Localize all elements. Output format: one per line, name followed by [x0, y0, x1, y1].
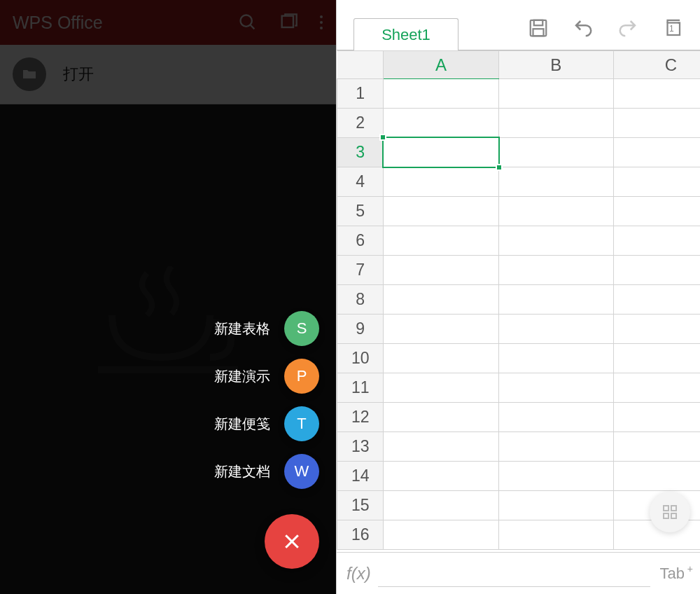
column-header-B[interactable]: B: [498, 51, 613, 79]
new-presentation-item[interactable]: 新建演示 P: [214, 359, 319, 394]
fab-label: 新建便笺: [214, 415, 270, 434]
cell-A12[interactable]: [384, 403, 498, 432]
cell-C8[interactable]: [613, 285, 700, 315]
cell-B11[interactable]: [498, 373, 613, 403]
cell-B12[interactable]: [498, 403, 613, 432]
row-header-1[interactable]: 1: [337, 79, 384, 109]
cell-B16[interactable]: [498, 520, 613, 550]
tab-key-button[interactable]: Tab+: [660, 565, 690, 583]
cell-A16[interactable]: [384, 520, 498, 550]
spreadsheet-icon: S: [284, 311, 319, 346]
row-header-11[interactable]: 11: [337, 373, 384, 403]
row-header-12[interactable]: 12: [337, 403, 384, 432]
row-header-6[interactable]: 6: [337, 226, 384, 256]
cell-A11[interactable]: [384, 373, 498, 403]
select-all-corner[interactable]: [337, 51, 384, 79]
cell-C7[interactable]: [613, 256, 700, 285]
save-icon[interactable]: [525, 15, 552, 41]
cell-C9[interactable]: [613, 315, 700, 344]
cell-B2[interactable]: [498, 109, 613, 138]
cell-B8[interactable]: [498, 285, 613, 315]
cell-A7[interactable]: [384, 256, 498, 285]
cell-A1[interactable]: [384, 79, 498, 109]
cell-A13[interactable]: [384, 432, 498, 462]
new-document-item[interactable]: 新建文档 W: [214, 454, 319, 489]
cell-B6[interactable]: [498, 226, 613, 256]
grid-tools-button[interactable]: [650, 492, 690, 532]
cell-A15[interactable]: [384, 491, 498, 520]
cell-C11[interactable]: [613, 373, 700, 403]
cell-B5[interactable]: [498, 197, 613, 226]
row-header-14[interactable]: 14: [337, 462, 384, 491]
cell-C4[interactable]: [613, 167, 700, 197]
cell-A10[interactable]: [384, 344, 498, 373]
svg-rect-11: [533, 29, 544, 36]
formula-input[interactable]: [378, 586, 650, 587]
copies-badge: 1: [669, 24, 674, 34]
row-header-9[interactable]: 9: [337, 315, 384, 344]
row-header-15[interactable]: 15: [337, 491, 384, 520]
svg-rect-13: [664, 506, 668, 511]
svg-rect-14: [671, 506, 676, 511]
document-icon: W: [284, 454, 319, 489]
svg-rect-10: [534, 20, 543, 26]
cell-C5[interactable]: [613, 197, 700, 226]
note-icon: T: [284, 406, 319, 441]
cell-B14[interactable]: [498, 462, 613, 491]
row-header-10[interactable]: 10: [337, 344, 384, 373]
cell-C14[interactable]: [613, 462, 700, 491]
row-header-13[interactable]: 13: [337, 432, 384, 462]
column-header-A[interactable]: A: [384, 51, 498, 79]
wps-home-panel: WPS Office 打开 新建表格 S: [0, 0, 336, 594]
svg-rect-15: [664, 513, 668, 518]
cell-A14[interactable]: [384, 462, 498, 491]
cell-C12[interactable]: [613, 403, 700, 432]
row-header-5[interactable]: 5: [337, 197, 384, 226]
copies-icon[interactable]: 1: [659, 15, 686, 41]
redo-icon[interactable]: [615, 15, 641, 41]
row-header-7[interactable]: 7: [337, 256, 384, 285]
cell-B15[interactable]: [498, 491, 613, 520]
column-header-C[interactable]: C: [613, 51, 700, 79]
cell-C6[interactable]: [613, 226, 700, 256]
undo-icon[interactable]: [570, 15, 596, 41]
fab-label: 新建表格: [214, 319, 270, 338]
close-menu-button[interactable]: [265, 514, 319, 569]
fx-label[interactable]: f(x): [346, 564, 378, 583]
row-header-4[interactable]: 4: [337, 167, 384, 197]
cell-C10[interactable]: [613, 344, 700, 373]
new-note-item[interactable]: 新建便笺 T: [214, 406, 319, 441]
cell-A8[interactable]: [384, 285, 498, 315]
row-header-8[interactable]: 8: [337, 285, 384, 315]
cell-A6[interactable]: [384, 226, 498, 256]
cell-B13[interactable]: [498, 432, 613, 462]
row-header-16[interactable]: 16: [337, 520, 384, 550]
spreadsheet-grid[interactable]: A B C 12345678910111213141516: [337, 50, 700, 550]
spreadsheet-toolbar: Sheet1 1: [337, 0, 700, 50]
new-spreadsheet-item[interactable]: 新建表格 S: [214, 311, 319, 346]
cell-B4[interactable]: [498, 167, 613, 197]
cell-B1[interactable]: [498, 79, 613, 109]
presentation-icon: P: [284, 359, 319, 394]
cell-A4[interactable]: [384, 167, 498, 197]
cell-A5[interactable]: [384, 197, 498, 226]
cell-B3[interactable]: [498, 138, 613, 167]
cell-A9[interactable]: [384, 315, 498, 344]
cell-A3[interactable]: [384, 138, 498, 167]
spreadsheet-panel: Sheet1 1 A B C: [336, 0, 700, 594]
sheet-tab[interactable]: Sheet1: [354, 18, 458, 50]
svg-rect-16: [671, 513, 676, 518]
cell-B10[interactable]: [498, 344, 613, 373]
fab-label: 新建文档: [214, 462, 270, 481]
row-header-2[interactable]: 2: [337, 109, 384, 138]
cell-C13[interactable]: [613, 432, 700, 462]
row-header-3[interactable]: 3: [337, 138, 384, 167]
cell-A2[interactable]: [384, 109, 498, 138]
fab-label: 新建演示: [214, 367, 270, 386]
cell-C2[interactable]: [613, 109, 700, 138]
cell-B7[interactable]: [498, 256, 613, 285]
cell-C3[interactable]: [613, 138, 700, 167]
cell-B9[interactable]: [498, 315, 613, 344]
new-document-menu: 新建表格 S 新建演示 P 新建便笺 T 新建文档 W: [214, 311, 319, 569]
cell-C1[interactable]: [613, 79, 700, 109]
